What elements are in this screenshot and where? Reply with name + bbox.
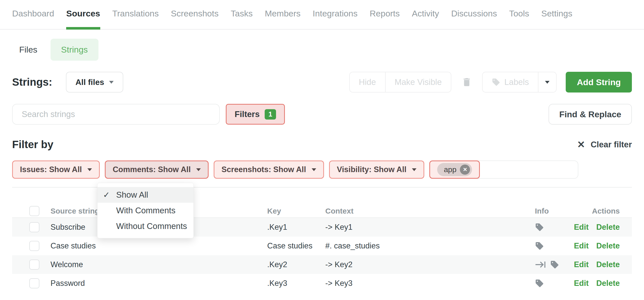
row-key: .Key1: [267, 223, 287, 232]
filters-button[interactable]: Filters 1: [226, 104, 285, 125]
delete-link[interactable]: Delete: [596, 223, 620, 232]
search-input[interactable]: [12, 104, 220, 125]
nav-item-screenshots[interactable]: Screenshots: [171, 9, 218, 29]
strings-toolbar: Strings: All files Hide Make Visible Lab…: [12, 72, 632, 93]
chevron-down-icon: [87, 168, 92, 171]
col-header-info: Info: [535, 207, 549, 215]
row-checkbox[interactable]: [29, 241, 39, 251]
delete-strings-button[interactable]: [461, 77, 472, 87]
chevron-down-icon: [545, 81, 550, 84]
find-replace-button[interactable]: Find & Replace: [549, 104, 632, 125]
nav-item-integrations[interactable]: Integrations: [313, 9, 358, 29]
edit-link[interactable]: Edit: [574, 241, 589, 250]
edit-link[interactable]: Edit: [574, 223, 589, 232]
nav-item-activity[interactable]: Activity: [412, 9, 439, 29]
delete-link[interactable]: Delete: [596, 279, 620, 288]
tab-strings[interactable]: Strings: [51, 39, 98, 61]
search-row: Filters 1 Find & Replace: [12, 104, 632, 125]
labels-filter-selected: app ✕: [429, 160, 480, 179]
labels-button-label: Labels: [504, 77, 529, 87]
delete-link[interactable]: Delete: [596, 241, 620, 250]
col-header-actions: Actions: [592, 207, 620, 215]
nav-item-sources[interactable]: Sources: [66, 9, 100, 29]
row-context: -> Key1: [325, 223, 353, 232]
page-title: Strings:: [12, 76, 52, 88]
row-checkbox[interactable]: [29, 222, 39, 232]
sources-subtabs: Files Strings: [12, 39, 632, 60]
nav-item-translations[interactable]: Translations: [112, 9, 159, 29]
tag-icon: [535, 279, 544, 288]
add-string-button[interactable]: Add String: [566, 72, 632, 93]
nav-item-tools[interactable]: Tools: [509, 9, 529, 29]
col-header-context: Context: [325, 207, 354, 215]
filter-comments-dropdown[interactable]: Comments: Show All: [105, 160, 209, 179]
tag-icon: [492, 78, 500, 86]
filter-visibility-label: Visibility: Show All: [337, 165, 407, 174]
row-source: Welcome: [51, 260, 83, 269]
file-filter-dropdown[interactable]: All files: [66, 72, 123, 93]
filter-by-title: Filter by: [12, 139, 53, 151]
labels-button[interactable]: Labels: [483, 72, 538, 92]
col-header-source: Source string: [51, 207, 99, 215]
check-icon: ✓: [103, 190, 110, 200]
row-source: Subscribe: [51, 223, 85, 232]
tab-files[interactable]: Files: [19, 45, 37, 55]
nav-item-settings[interactable]: Settings: [541, 9, 572, 29]
filter-comments-label: Comments: Show All: [113, 165, 191, 174]
tag-icon: [550, 260, 559, 269]
row-context: #. case_studies: [325, 241, 380, 250]
chevron-down-icon: [312, 168, 316, 171]
menu-item-show-all[interactable]: ✓ Show All: [97, 187, 193, 203]
trash-icon: [461, 77, 472, 87]
table-row: Password .Key3 -> Key3 Edit Delete: [12, 274, 632, 293]
nav-item-reports[interactable]: Reports: [370, 9, 400, 29]
row-key: .Key2: [267, 260, 287, 269]
labels-filter-input[interactable]: app ✕: [429, 160, 578, 179]
chevron-down-icon: [196, 168, 201, 171]
nav-item-discussions[interactable]: Discussions: [451, 9, 497, 29]
edit-link[interactable]: Edit: [574, 279, 589, 288]
filter-visibility-dropdown[interactable]: Visibility: Show All: [329, 160, 425, 179]
make-visible-button[interactable]: Make Visible: [385, 72, 451, 92]
menu-item-label: With Comments: [116, 206, 176, 215]
chevron-down-icon: [412, 168, 416, 171]
comments-filter-menu: ✓ Show All With Comments Without Comment…: [97, 183, 194, 238]
filter-issues-label: Issues: Show All: [20, 165, 82, 174]
nav-item-tasks[interactable]: Tasks: [231, 9, 253, 29]
close-icon: ✕: [577, 140, 585, 149]
filter-pill-row: Issues: Show All Comments: Show All Scre…: [12, 160, 632, 179]
delete-link[interactable]: Delete: [596, 260, 620, 269]
row-key: .Key3: [267, 279, 287, 288]
labels-dropdown-toggle[interactable]: [538, 72, 556, 92]
row-source: Case studies: [51, 241, 96, 250]
file-filter-value: All files: [76, 78, 104, 87]
menu-item-label: Without Comments: [116, 221, 187, 231]
label-chip: app ✕: [437, 163, 472, 176]
hide-button[interactable]: Hide: [350, 72, 385, 92]
filter-by-header: Filter by ✕ Clear filter: [12, 139, 632, 150]
top-nav: Dashboard Sources Translations Screensho…: [0, 0, 644, 30]
select-all-checkbox[interactable]: [29, 206, 39, 216]
menu-item-without-comments[interactable]: Without Comments: [97, 218, 193, 234]
edit-link[interactable]: Edit: [574, 260, 589, 269]
menu-item-with-comments[interactable]: With Comments: [97, 203, 193, 218]
remove-label-icon[interactable]: ✕: [460, 165, 470, 175]
nav-item-members[interactable]: Members: [265, 9, 301, 29]
row-context: -> Key2: [325, 260, 353, 269]
clear-filter-button[interactable]: ✕ Clear filter: [577, 140, 632, 149]
tag-icon: [535, 223, 544, 232]
filters-count-badge: 1: [265, 109, 276, 120]
row-source: Password: [51, 279, 85, 288]
nav-item-dashboard[interactable]: Dashboard: [12, 9, 54, 29]
row-checkbox[interactable]: [29, 278, 39, 288]
row-checkbox[interactable]: [29, 260, 39, 270]
tag-icon: [535, 241, 544, 250]
table-row: Case studies Case studies #. case_studie…: [12, 237, 632, 255]
max-length-icon: [535, 260, 546, 269]
filter-screenshots-label: Screenshots: Show All: [221, 165, 306, 174]
filter-issues-dropdown[interactable]: Issues: Show All: [12, 160, 100, 179]
col-header-key: Key: [267, 207, 281, 215]
row-key: Case studies: [267, 241, 312, 250]
row-context: -> Key3: [325, 279, 353, 288]
filter-screenshots-dropdown[interactable]: Screenshots: Show All: [214, 160, 324, 179]
